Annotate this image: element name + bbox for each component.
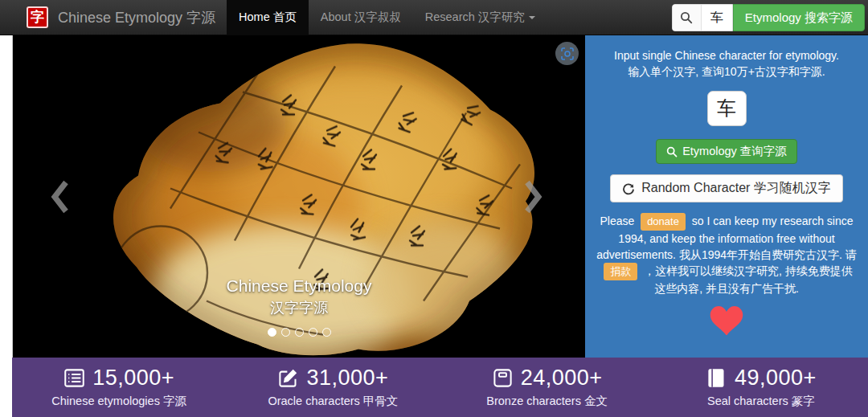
stat-bronze: 24,000+ Bronze characters 金文	[440, 358, 654, 417]
carousel-dot[interactable]	[268, 328, 276, 337]
instruction-en: Input single Chinese character for etymo…	[585, 47, 868, 63]
caret-down-icon	[529, 16, 535, 19]
etymology-side-panel: Input single Chinese character for etymo…	[585, 35, 868, 358]
nav-tab-research-label: Research 汉字研究	[425, 10, 525, 25]
navbar-search-group: Etymology 搜索字源	[672, 4, 865, 31]
nav-tab-home-label: Home 首页	[239, 10, 297, 25]
stat-oracle: 31,000+ Oracle characters 甲骨文	[226, 358, 440, 417]
carousel-next-button[interactable]	[522, 179, 543, 215]
navbar-search-input[interactable]	[702, 5, 732, 31]
carousel-dot[interactable]	[309, 328, 317, 337]
carousel-prev-button[interactable]	[50, 179, 71, 215]
carousel-caption-title: Chinese Etymology	[13, 276, 585, 296]
site-logo-icon: 字	[27, 6, 48, 28]
book-icon	[706, 367, 727, 389]
nav-tab-about-label: About 汉字叔叔	[321, 10, 401, 25]
etymology-query-label: Etymology 查询字源	[682, 144, 787, 159]
instruction-zh: 输入单个汉字, 查询10万+古汉字和字源.	[585, 63, 868, 80]
donate-text-zh-1: 我从1994年开始自费研究古汉字. 请	[679, 248, 857, 261]
navbar-etymology-search-button[interactable]: Etymology 搜索字源	[733, 4, 865, 31]
edit-icon	[277, 367, 299, 389]
brand-title: Chinese Etymology 字源	[58, 8, 215, 27]
nav-tab-about[interactable]: About 汉字叔叔	[309, 0, 413, 35]
stat-label: Oracle characters 甲骨文	[268, 394, 398, 409]
random-character-button[interactable]: Random Character 学习随机汉字	[610, 174, 843, 202]
brand[interactable]: 字 Chinese Etymology 字源	[0, 0, 215, 35]
navbar-search-box	[672, 4, 733, 31]
stat-label: Bronze characters 金文	[486, 394, 608, 409]
search-icon	[666, 146, 678, 157]
refresh-icon	[622, 182, 635, 195]
carousel-caption-subtitle: 汉字字源	[13, 298, 585, 317]
main-content: Chinese Etymology 汉字字源 Input single Chin…	[12, 35, 868, 358]
carousel-dot[interactable]	[281, 328, 290, 337]
stat-value: 31,000+	[306, 366, 388, 390]
donate-text-en-1: Please	[600, 215, 634, 227]
nav-tab-research[interactable]: Research 汉字研究	[413, 0, 547, 35]
image-search-badge[interactable]	[555, 42, 579, 65]
etymology-query-button[interactable]: Etymology 查询字源	[656, 139, 797, 164]
stat-etymologies: 15,000+ Chinese etymologies 字源	[12, 358, 226, 417]
stat-value: 24,000+	[521, 366, 603, 390]
stat-seal: 49,000+ Seal characters 篆字	[654, 358, 868, 417]
donate-link-en[interactable]: donate	[641, 213, 686, 231]
navbar: 字 Chinese Etymology 字源 Home 首页 About 汉字叔…	[0, 0, 868, 35]
logo-character: 字	[31, 10, 44, 24]
stats-bar: 15,000+ Chinese etymologies 字源 31,000+ O…	[12, 358, 868, 417]
camera-lens-icon	[561, 47, 574, 60]
stat-label: Seal characters 篆字	[707, 394, 815, 409]
search-icon	[673, 5, 702, 31]
carousel-dot[interactable]	[322, 328, 331, 337]
carousel: Chinese Etymology 汉字字源	[12, 35, 585, 358]
donate-paragraph: Please donate so I can keep my research …	[596, 213, 857, 296]
donate-text-zh-2: ，这样我可以继续汉字研究, 持续免费提供这些内容, 并且没有广告干扰.	[644, 264, 853, 295]
stat-label: Chinese etymologies 字源	[51, 394, 186, 409]
stat-value: 49,000+	[735, 366, 817, 390]
character-input[interactable]	[707, 91, 747, 126]
nav-tab-home[interactable]: Home 首页	[227, 0, 309, 35]
carousel-dot[interactable]	[295, 328, 304, 337]
carousel-caption: Chinese Etymology 汉字字源	[13, 276, 585, 317]
save-icon	[492, 367, 514, 389]
heart-icon	[585, 305, 868, 337]
navbar-etymology-search-label: Etymology 搜索字源	[745, 10, 853, 26]
nav-tabs: Home 首页 About 汉字叔叔 Research 汉字研究	[227, 0, 547, 35]
random-character-label: Random Character 学习随机汉字	[641, 180, 831, 197]
list-icon	[63, 367, 85, 389]
stat-value: 15,000+	[92, 366, 174, 390]
donate-link-zh[interactable]: 捐款	[604, 263, 637, 280]
carousel-indicators	[13, 325, 585, 340]
